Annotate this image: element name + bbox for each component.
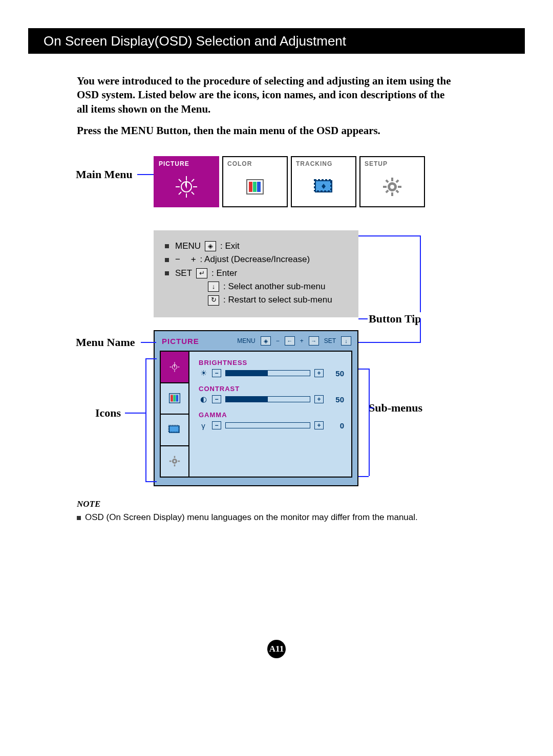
osd-side-icons (161, 352, 189, 477)
gamma-decrease[interactable]: − (212, 421, 221, 429)
page-number-badge: A11 (267, 640, 286, 658)
brightness-decrease[interactable]: − (212, 369, 221, 377)
tab-color[interactable]: COLOR (222, 156, 288, 207)
tracking-icon (292, 167, 355, 206)
osd-header: PICTURE MENU ◈ − ← + → SET ↓ (155, 331, 357, 348)
osd-down-key-icon: ↓ (341, 336, 351, 345)
enter-key-icon: ↵ (196, 268, 207, 278)
osd-panel: PICTURE MENU ◈ − ← + → SET ↓ (154, 330, 358, 486)
down-arrow-icon: ↓ (208, 282, 219, 292)
label-button-tip: Button Tip (369, 312, 421, 326)
setting-gamma-label: GAMMA (199, 411, 344, 419)
svg-rect-40 (174, 465, 176, 467)
osd-content: BRIGHTNESS ☀ − + 50 CONTRAST ◐ − + 50 (189, 352, 351, 477)
svg-rect-22 (385, 179, 389, 183)
osd-menu-key-icon: ◈ (261, 336, 271, 345)
osd-side-color[interactable] (161, 383, 188, 415)
svg-line-6 (192, 192, 194, 195)
svg-rect-33 (173, 395, 176, 402)
osd-menu-name: PICTURE (162, 337, 199, 345)
osd-left-key-icon: ← (285, 336, 295, 345)
press-menu-text: Press the MENU Button, then the main men… (77, 124, 456, 137)
tab-picture[interactable]: PICTURE (154, 156, 219, 207)
tab-setup-label: SETUP (360, 157, 424, 167)
label-sub-menus: Sub-menus (369, 401, 422, 415)
svg-point-38 (174, 460, 176, 462)
contrast-slider[interactable] (225, 396, 310, 402)
svg-line-7 (192, 179, 194, 182)
tab-color-label: COLOR (223, 157, 287, 167)
svg-rect-11 (253, 182, 257, 192)
main-menu-tabs: PICTURE COLOR TRACKING (154, 156, 425, 207)
contrast-icon: ◐ (199, 395, 208, 404)
setting-contrast: CONTRAST ◐ − + 50 (199, 385, 344, 404)
svg-line-5 (179, 179, 181, 182)
gamma-increase[interactable]: + (314, 421, 324, 429)
brightness-slider[interactable] (225, 370, 310, 376)
setting-brightness-label: BRIGHTNESS (199, 359, 344, 366)
page-title: On Screen Display(OSD) Selection and Adj… (44, 33, 346, 49)
tip-adjust: − + : Adjust (Decrease/Increase) (165, 253, 348, 266)
svg-point-17 (390, 185, 394, 189)
svg-rect-21 (398, 186, 401, 188)
brightness-increase[interactable]: + (314, 369, 324, 377)
label-menu-name: Menu Name (76, 336, 135, 349)
label-main-menu: Main Menu (76, 168, 133, 181)
svg-rect-42 (178, 461, 180, 462)
osd-side-tracking[interactable] (161, 415, 188, 446)
svg-rect-34 (176, 395, 179, 402)
note-text: OSD (On Screen Display) menu languages o… (85, 512, 418, 523)
menu-key-icon: ◈ (205, 241, 216, 251)
svg-rect-18 (391, 178, 393, 181)
page-title-bar: On Screen Display(OSD) Selection and Adj… (28, 28, 525, 54)
svg-rect-12 (257, 182, 261, 192)
tab-tracking-label: TRACKING (292, 157, 355, 167)
tip-set-enter: SET ↵ : Enter (165, 267, 348, 280)
intro-text: You were introduced to the procedure of … (77, 74, 456, 116)
brightness-contrast-icon (155, 167, 218, 206)
contrast-decrease[interactable]: − (212, 395, 221, 403)
svg-rect-10 (249, 182, 252, 192)
label-icons: Icons (95, 406, 121, 420)
setting-brightness: BRIGHTNESS ☀ − + 50 (199, 359, 344, 378)
svg-rect-23 (395, 189, 399, 193)
note-section: NOTE OSD (On Screen Display) menu langua… (77, 499, 466, 523)
svg-rect-32 (171, 395, 173, 402)
svg-rect-24 (395, 179, 399, 183)
tab-picture-label: PICTURE (155, 157, 218, 167)
color-bars-icon (223, 167, 287, 206)
svg-rect-19 (391, 192, 393, 196)
svg-rect-39 (174, 456, 176, 458)
svg-rect-20 (383, 186, 387, 188)
tab-setup[interactable]: SETUP (359, 156, 425, 207)
osd-side-picture[interactable] (161, 352, 188, 383)
osd-right-key-icon: → (309, 336, 319, 345)
tip-menu-exit: MENU ◈ : Exit (165, 240, 348, 253)
note-title: NOTE (77, 499, 466, 509)
tip-restart-submenu: ↻ : Restart to select sub-menu (208, 293, 348, 307)
sun-icon: ☀ (199, 369, 208, 378)
brightness-value: 50 (328, 369, 344, 378)
osd-side-setup[interactable] (161, 446, 188, 477)
button-tips-panel: MENU ◈ : Exit − + : Adjust (Decrease/Inc… (154, 230, 358, 317)
gamma-value: 0 (328, 421, 344, 430)
restart-icon: ↻ (208, 295, 219, 306)
osd-body: BRIGHTNESS ☀ − + 50 CONTRAST ◐ − + 50 (160, 351, 352, 478)
svg-rect-25 (385, 189, 389, 193)
gamma-icon: γ (199, 421, 208, 430)
svg-rect-41 (169, 461, 172, 462)
svg-line-8 (179, 192, 181, 195)
setting-gamma: GAMMA γ − + 0 (199, 411, 344, 430)
tip-select-submenu: ↓ : Select another sub-menu (208, 280, 348, 293)
contrast-increase[interactable]: + (314, 395, 324, 403)
gamma-slider[interactable] (225, 422, 310, 428)
contrast-value: 50 (328, 395, 344, 404)
tab-tracking[interactable]: TRACKING (291, 156, 356, 207)
gear-icon (360, 167, 424, 206)
page-number: A11 (269, 644, 284, 654)
setting-contrast-label: CONTRAST (199, 385, 344, 393)
